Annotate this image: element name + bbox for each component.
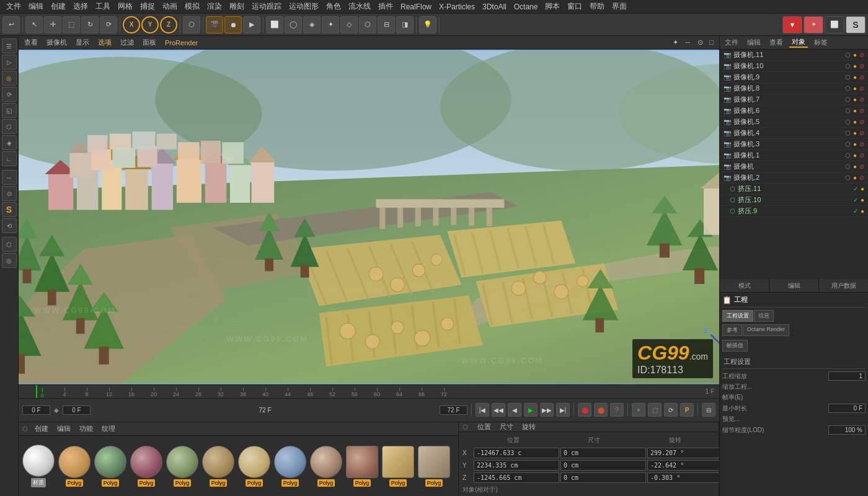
go-start-button[interactable]: |◀	[476, 403, 489, 417]
left-tool-6[interactable]: ⬡	[2, 119, 17, 134]
total-frames-field[interactable]	[440, 405, 467, 415]
vp-icon-1[interactable]: ✦	[671, 38, 680, 46]
pos-y-field[interactable]	[474, 460, 559, 471]
menu-plugins[interactable]: 插件	[374, 0, 397, 13]
left-tool-s[interactable]: S	[2, 202, 17, 217]
size-z-field[interactable]	[560, 472, 646, 483]
obj-camera-3[interactable]: 📷 摄像机.3 ⬡ ● ⊘	[720, 139, 868, 150]
material-item-10[interactable]: Polyg	[382, 446, 414, 487]
obj-camera-4[interactable]: 📷 摄像机.4 ⬡ ● ⊘	[720, 128, 868, 139]
mat-create-btn[interactable]: 创建	[33, 424, 50, 433]
vp-options-btn[interactable]: 选项	[96, 38, 113, 47]
menu-realflow[interactable]: RealFlow	[397, 0, 435, 13]
axis-x[interactable]: X	[123, 16, 140, 33]
shading-button[interactable]: S	[846, 16, 866, 33]
menu-sculpt[interactable]: 雕刻	[226, 0, 248, 13]
timeline-extra-1[interactable]: ⬚	[648, 403, 662, 417]
rtab-edit[interactable]: 编辑	[745, 38, 763, 47]
obj-camera-10[interactable]: 📷 摄像机.10 ⬡ ● ⊘	[720, 61, 868, 72]
vp-view-btn[interactable]: 查看	[22, 38, 40, 47]
subtab-octane[interactable]: Octane Render	[743, 324, 789, 336]
step-back-button[interactable]: ◀◀	[492, 403, 505, 417]
obj-camera[interactable]: 📷 摄像机 ⬡ ● ⊘	[720, 161, 868, 172]
left-tool-5[interactable]: ◱	[2, 103, 17, 118]
go-end-button[interactable]: ▶|	[556, 403, 570, 417]
obj-camera-9[interactable]: 📷 摄像机.9 ⬡ ● ⊘	[720, 72, 868, 83]
object3-button[interactable]: ◈	[303, 16, 321, 33]
menu-help[interactable]: 帮助	[586, 0, 608, 13]
size-y-field[interactable]	[560, 460, 646, 471]
material-item-1[interactable]: Polyg	[58, 446, 91, 487]
left-tool-12[interactable]: ⬡	[2, 237, 17, 252]
subtab-ref[interactable]: 参考	[722, 324, 742, 336]
size-x-field[interactable]	[560, 448, 646, 458]
vp-icon-2[interactable]: ↔	[683, 38, 693, 46]
mat-texture-btn[interactable]: 纹理	[100, 424, 117, 433]
ptab-userdata[interactable]: 用户数据	[819, 279, 868, 292]
object5-button[interactable]: ◇	[340, 16, 358, 33]
vp-filter-btn[interactable]: 过滤	[118, 38, 136, 47]
render-all[interactable]: ⬜	[825, 16, 844, 33]
material-item-0[interactable]: 材质	[22, 445, 55, 487]
obj-camera-8[interactable]: 📷 摄像机.8 ⬡ ● ⊘	[720, 83, 868, 94]
material-item-8[interactable]: Polyg	[310, 446, 342, 487]
left-tool-9[interactable]: ↔	[2, 170, 17, 185]
vp-icon-4[interactable]: □	[707, 38, 715, 46]
timeline-extra-3[interactable]: ⊟	[702, 403, 715, 417]
light-button[interactable]: 💡	[419, 16, 436, 33]
prop-lod-value[interactable]	[828, 425, 866, 435]
rotate2-tool[interactable]: ⟳	[100, 16, 117, 33]
obj-camera-11[interactable]: 📷 摄像机.11 ⬡ ● ⊘	[720, 50, 868, 61]
ptab-edit[interactable]: 编辑	[769, 279, 819, 292]
object7-button[interactable]: ⊟	[378, 16, 395, 33]
left-tool-7[interactable]: ◈	[2, 135, 17, 150]
material-item-5[interactable]: Polyg	[202, 446, 234, 487]
pos-x-field[interactable]	[474, 448, 559, 458]
render-settings[interactable]: ▼	[782, 16, 802, 33]
menu-mesh[interactable]: 网格	[114, 0, 136, 13]
sphere-button[interactable]: ◯	[285, 16, 302, 33]
obj-extrude-9[interactable]: ⬡ 挤压.9 ✓ ●	[720, 206, 868, 217]
undo-button[interactable]: ↩	[2, 16, 20, 33]
menu-pipeline[interactable]: 流水线	[345, 0, 374, 13]
rot-h-field[interactable]	[647, 448, 719, 458]
timeline-extra-p[interactable]: P	[680, 403, 694, 417]
pos-z-field[interactable]	[474, 472, 559, 483]
select-tool[interactable]: ↖	[25, 16, 43, 33]
material-item-3[interactable]: Polyg	[130, 446, 162, 487]
object4-button[interactable]: ✦	[322, 16, 339, 33]
rtab-tags[interactable]: 标签	[812, 38, 830, 47]
start-frame-field[interactable]	[22, 405, 50, 415]
object8-button[interactable]: ◨	[396, 16, 414, 33]
left-tool-3[interactable]: ◎	[2, 71, 17, 86]
obj-extrude-11[interactable]: ⬡ 挤压.11 ✓ ●	[720, 184, 868, 195]
subtab-interp[interactable]: 帧插值	[722, 340, 748, 352]
scale-tool[interactable]: ⬚	[63, 16, 80, 33]
material-item-2[interactable]: Polyg	[94, 446, 126, 487]
record-button[interactable]: ⏺	[224, 16, 242, 33]
key-all-button[interactable]: ?	[610, 403, 624, 417]
cube-button[interactable]: ⬜	[266, 16, 283, 33]
obj-camera-6[interactable]: 📷 摄像机.6 ⬡ ● ⊘	[720, 105, 868, 117]
step-forward-button[interactable]: ▶▶	[540, 403, 554, 417]
material-item-6[interactable]: Polyg	[238, 446, 270, 487]
menu-render[interactable]: 渲染	[203, 0, 226, 13]
menu-animate[interactable]: 动画	[159, 0, 181, 13]
obj-camera-1[interactable]: 📷 摄像机.1 ⬡ ● ⊘	[720, 150, 868, 161]
left-tool-2[interactable]: ▷	[2, 55, 17, 69]
obj-camera-7[interactable]: 📷 摄像机.7 ⬡ ● ⊘	[720, 94, 868, 105]
rotate-tool[interactable]: ↻	[81, 16, 99, 33]
menu-interface[interactable]: 界面	[608, 0, 631, 13]
menu-script[interactable]: 脚本	[541, 0, 564, 13]
menu-tools[interactable]: 工具	[92, 0, 114, 13]
object6-button[interactable]: ⬡	[359, 16, 376, 33]
3d-viewport[interactable]: X Y Z WWW.CG99.COM WWW.CG99.COM WWW.CG99…	[19, 50, 719, 384]
add-keyframe-button[interactable]: +	[632, 403, 645, 417]
rot-b-field[interactable]	[647, 472, 719, 483]
axis-z[interactable]: Z	[160, 16, 177, 33]
record-key-button[interactable]: ⬤	[578, 403, 591, 417]
material-item-4[interactable]: Polyg	[166, 446, 198, 487]
obj-extrude-10[interactable]: ⬡ 挤压.10 ✓ ●	[720, 195, 868, 206]
rtab-file[interactable]: 文件	[722, 38, 741, 47]
left-tool-1[interactable]: ☰	[2, 38, 17, 53]
